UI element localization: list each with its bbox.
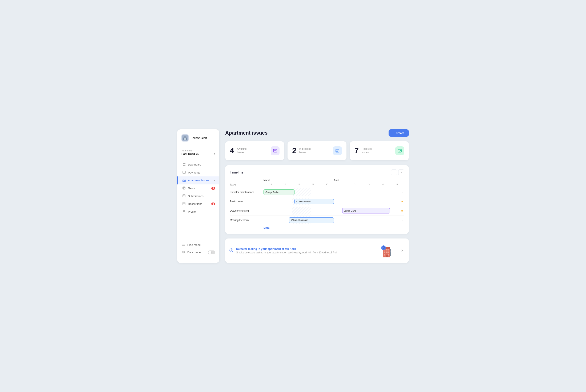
date-numbers: 26 27 28 29 30 1 2 3 4 5 [263, 182, 404, 187]
task-row-detectors: Detectors testing James Davis ★ [230, 206, 404, 216]
inprogress-icon [333, 146, 342, 155]
detectors-star-icon[interactable]: ★ [401, 209, 403, 212]
logo-icon [181, 134, 189, 142]
sidebar-user-address[interactable]: Park Road 71 ▾ [181, 152, 215, 156]
svg-rect-5 [184, 163, 185, 164]
dark-mode-label: Dark mode [187, 251, 201, 254]
notification-title: Detector testing in your apartment at 4t… [236, 247, 375, 250]
task-detectors-name: Detectors testing [230, 209, 263, 212]
sidebar: Forest Glen John Smith Park Road 71 ▾ Da… [177, 129, 219, 263]
sidebar-user-name: John Smith [181, 149, 215, 152]
dates-row: Tasks 26 27 28 29 30 1 2 3 4 5 [230, 182, 404, 187]
svg-rect-38 [388, 252, 389, 253]
create-button[interactable]: + Create [389, 129, 409, 137]
submissions-label: Submissions [188, 194, 203, 198]
date-29: 29 [306, 183, 320, 186]
apartment-issues-icon [182, 178, 186, 182]
date-3: 3 [362, 183, 376, 186]
sidebar-item-resolutions[interactable]: Resolutions 2 [177, 200, 219, 208]
sidebar-nav: Dashboard Payments Apartment issues ▾ N [177, 158, 219, 239]
svg-point-30 [231, 249, 231, 250]
svg-rect-39 [384, 254, 385, 256]
awaiting-number: 4 [230, 146, 234, 155]
date-1: 1 [334, 183, 348, 186]
timeline-next-button[interactable]: › [398, 170, 404, 176]
resolved-number: 7 [355, 146, 359, 155]
payments-icon [182, 171, 186, 174]
sidebar-item-apartment-issues[interactable]: Apartment issues ▾ [177, 176, 219, 184]
sidebar-item-dashboard[interactable]: Dashboard [177, 161, 219, 169]
hide-menu-item[interactable]: Hide menu [177, 242, 219, 248]
apartment-issues-chevron-icon: ▾ [214, 179, 215, 182]
timeline-section: Timeline ‹ › March April Tasks 26 [225, 165, 409, 234]
notification-banner: Detector testing in your apartment at 4t… [225, 238, 409, 263]
bar-james-davis: James Davis [342, 208, 390, 214]
dark-mode-toggle[interactable] [208, 250, 215, 254]
inprogress-label: In progessissues [299, 147, 311, 154]
timeline-nav: ‹ › [391, 170, 404, 176]
date-30: 30 [320, 183, 334, 186]
svg-rect-20 [273, 149, 277, 152]
task-row-elevator: Elevator maintenance George Parker ☆ [230, 188, 404, 197]
svg-rect-3 [184, 138, 186, 140]
date-27: 27 [278, 183, 292, 186]
sidebar-item-news[interactable]: News 3 [177, 184, 219, 192]
sidebar-item-profile[interactable]: Profile [177, 208, 219, 216]
main-header: Apartment issues + Create [225, 129, 409, 137]
sidebar-logo-text: Forest Glen [191, 136, 207, 140]
resolutions-icon [182, 202, 186, 206]
sidebar-item-payments[interactable]: Payments [177, 169, 219, 176]
bar-charles-wilson: Charles Wilson [295, 199, 334, 204]
task-elevator-name: Elevator maintenance [230, 191, 263, 194]
notification-close-button[interactable]: ✕ [400, 248, 405, 254]
news-icon [182, 186, 186, 190]
notification-text: Detector testing in your apartment at 4t… [236, 247, 375, 254]
sidebar-logo: Forest Glen [177, 134, 219, 146]
bar-william-thompson: William Thompson [289, 218, 334, 223]
svg-rect-37 [386, 252, 388, 253]
date-26: 26 [263, 183, 278, 186]
svg-rect-6 [183, 165, 184, 166]
page-title: Apartment issues [225, 130, 267, 136]
notification-description: Smoke detectors testing in your apartmen… [236, 251, 375, 254]
resolved-label: Resolvedissues [362, 147, 372, 154]
timeline-more-link[interactable]: More [230, 226, 270, 230]
task-mowing-name: Mowing the lawn [230, 219, 263, 222]
address-chevron-icon: ▾ [214, 153, 215, 155]
main-content: Apartment issues + Create 4 Awaitingissu… [219, 129, 409, 263]
svg-rect-2 [184, 136, 186, 138]
task-row-mowing: Mowing the lawn William Thompson ☆ [230, 216, 404, 225]
mowing-star-icon[interactable]: ☆ [401, 219, 403, 222]
submissions-icon [182, 194, 186, 198]
resolutions-label: Resolutions [188, 202, 202, 206]
notification-illustration [378, 242, 397, 259]
dashboard-icon [182, 163, 186, 166]
bar-george-parker: George Parker [263, 190, 295, 195]
sidebar-item-submissions[interactable]: Submissions [177, 192, 219, 200]
task-detectors-bars: James Davis ★ [263, 207, 404, 214]
date-28: 28 [292, 183, 306, 186]
resolved-icon [395, 146, 404, 155]
sidebar-user: John Smith Park Road 71 ▾ [177, 146, 219, 158]
task-row-pest: Pest control Charles Wilson ★ [230, 197, 404, 206]
stat-card-inprogress: 2 In progessissues [287, 141, 347, 160]
elevator-star-icon[interactable]: ☆ [401, 191, 403, 194]
svg-rect-27 [398, 149, 401, 152]
date-5: 5 [390, 183, 404, 186]
pest-star-icon[interactable]: ★ [401, 200, 403, 203]
timeline-grid: March April [230, 179, 404, 182]
timeline-title: Timeline [230, 170, 243, 174]
timeline-prev-button[interactable]: ‹ [391, 170, 397, 176]
profile-label: Profile [188, 210, 196, 213]
dark-mode-item[interactable]: Dark mode [177, 248, 219, 256]
svg-rect-41 [386, 255, 388, 258]
payments-label: Payments [188, 171, 200, 174]
months-header: March April [263, 179, 404, 182]
svg-rect-42 [390, 249, 391, 256]
march-label: March [263, 179, 334, 181]
svg-rect-8 [183, 171, 185, 174]
awaiting-label: Awaitingissues [237, 147, 246, 154]
stat-card-resolved: 7 Resolvedissues [350, 141, 409, 160]
news-label: News [188, 187, 195, 190]
svg-rect-7 [184, 165, 185, 166]
